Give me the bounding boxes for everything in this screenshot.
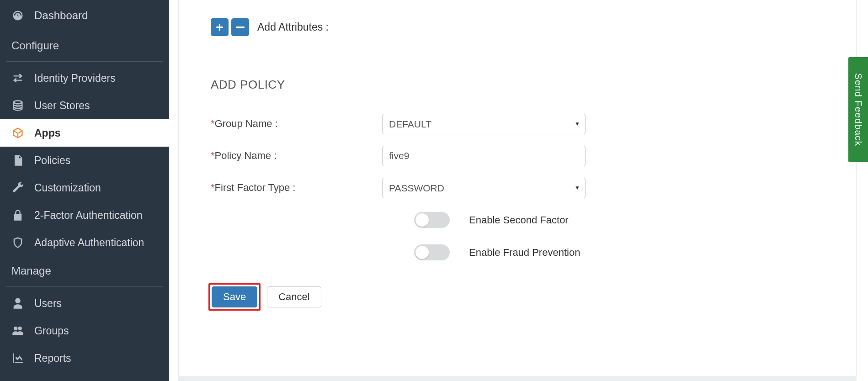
toggle-row-fraud-prevention: Enable Fraud Prevention <box>211 236 856 269</box>
sidebar-section-manage: Manage <box>0 256 169 286</box>
first-factor-label: *First Factor Type : <box>211 182 382 194</box>
sidebar-item-label: 2-Factor Authentication <box>34 209 143 222</box>
toggle-thumb <box>415 213 429 227</box>
sidebar-item-apps[interactable]: Apps <box>0 119 169 147</box>
first-factor-select[interactable]: PASSWORD <box>382 178 586 198</box>
content-card: + − Add Attributes : ADD POLICY *Group N… <box>178 0 857 377</box>
database-icon <box>11 99 34 112</box>
sidebar-item-label: User Stores <box>34 100 90 112</box>
sidebar-item-identity-providers[interactable]: Identity Providers <box>0 64 169 92</box>
remove-attribute-button[interactable]: − <box>231 18 249 36</box>
sidebar-section-configure: Configure <box>0 31 169 61</box>
toggle-row-second-factor: Enable Second Factor <box>211 204 856 236</box>
cube-icon <box>11 127 34 139</box>
sidebar-item-two-factor-auth[interactable]: 2-Factor Authentication <box>0 201 169 229</box>
form-row-group-name: *Group Name : DEFAULT ▼ <box>179 108 856 140</box>
shield-icon <box>11 236 34 249</box>
send-feedback-tab[interactable]: Send Feedback <box>848 57 868 162</box>
add-attributes-label: Add Attributes : <box>257 21 329 33</box>
sidebar: Dashboard Configure Identity Providers U… <box>0 0 169 381</box>
add-policy-heading: ADD POLICY <box>179 50 856 108</box>
toggle-thumb <box>415 246 429 259</box>
form-row-first-factor-type: *First Factor Type : PASSWORD ▼ <box>179 172 856 204</box>
add-attribute-button[interactable]: + <box>211 18 229 36</box>
main-content: + − Add Attributes : ADD POLICY *Group N… <box>169 0 868 381</box>
enable-second-factor-toggle[interactable] <box>414 212 450 228</box>
save-button-highlight: Save <box>208 283 261 311</box>
required-indicator: * <box>211 182 215 193</box>
wrench-icon <box>11 181 34 194</box>
form-row-policy-name: *Policy Name : <box>179 140 856 172</box>
divider <box>6 61 163 62</box>
exchange-icon <box>11 72 34 85</box>
save-button[interactable]: Save <box>212 286 257 307</box>
sidebar-item-label: Identity Providers <box>34 72 116 85</box>
user-icon <box>11 297 34 310</box>
sidebar-item-label: Adaptive Authentication <box>34 237 144 249</box>
sidebar-item-user-stores[interactable]: User Stores <box>0 92 169 119</box>
sidebar-item-users[interactable]: Users <box>0 290 169 317</box>
group-name-select[interactable]: DEFAULT <box>382 114 586 134</box>
sidebar-item-label: Customization <box>34 182 101 194</box>
footer-strip <box>178 377 857 381</box>
sidebar-item-customization[interactable]: Customization <box>0 174 169 201</box>
lock-icon <box>11 209 34 222</box>
sidebar-item-label: Reports <box>34 352 71 365</box>
sidebar-item-label: Users <box>34 297 62 310</box>
card-icon <box>11 379 34 381</box>
sidebar-item-license[interactable]: License <box>0 372 169 381</box>
enable-second-factor-label: Enable Second Factor <box>469 214 569 226</box>
sidebar-item-label: Apps <box>34 127 61 139</box>
cancel-button[interactable]: Cancel <box>267 286 321 307</box>
document-icon <box>11 154 34 167</box>
policy-name-input[interactable] <box>382 146 586 166</box>
enable-fraud-prevention-toggle[interactable] <box>414 244 450 260</box>
button-row: Save Cancel <box>179 269 856 311</box>
add-attributes-row: + − Add Attributes : <box>179 0 856 50</box>
group-name-label: *Group Name : <box>211 118 382 130</box>
divider <box>6 286 163 287</box>
sidebar-item-label: Groups <box>34 325 69 337</box>
sidebar-item-policies[interactable]: Policies <box>0 147 169 174</box>
policy-name-label: *Policy Name : <box>211 150 382 162</box>
sidebar-item-label: Policies <box>34 154 70 167</box>
sidebar-item-groups[interactable]: Groups <box>0 317 169 344</box>
sidebar-item-dashboard[interactable]: Dashboard <box>0 0 169 31</box>
required-indicator: * <box>211 118 215 129</box>
dashboard-icon <box>11 9 34 22</box>
chart-icon <box>11 352 34 365</box>
enable-fraud-prevention-label: Enable Fraud Prevention <box>469 247 580 259</box>
users-icon <box>11 324 34 337</box>
sidebar-item-label: License <box>34 380 70 381</box>
sidebar-item-reports[interactable]: Reports <box>0 344 169 372</box>
sidebar-item-label: Dashboard <box>34 9 88 22</box>
sidebar-item-adaptive-auth[interactable]: Adaptive Authentication <box>0 229 169 256</box>
required-indicator: * <box>211 150 215 161</box>
